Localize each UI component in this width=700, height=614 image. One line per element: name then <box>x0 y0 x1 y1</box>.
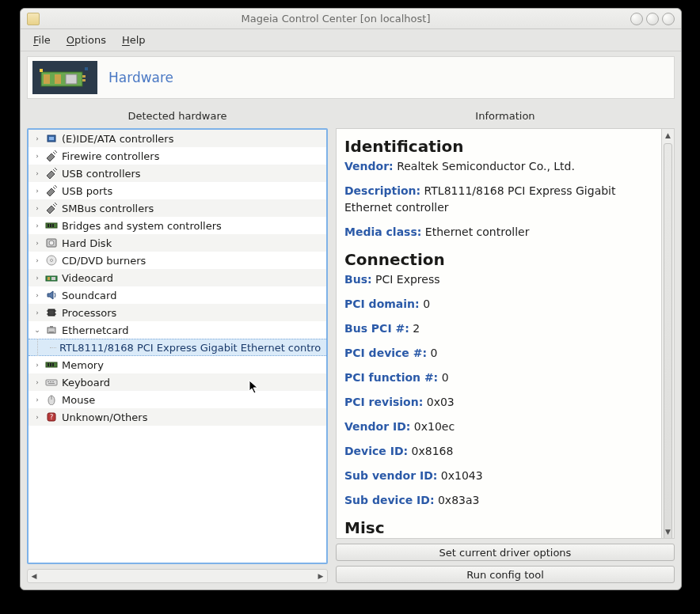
tree-item[interactable]: ›CD/DVD burners <box>29 252 326 269</box>
tree-item-label: CD/DVD burners <box>62 255 146 267</box>
tree-item[interactable]: ⌄Ethernetcard <box>29 321 326 339</box>
svg-rect-29 <box>48 309 55 316</box>
minimize-button[interactable] <box>630 13 643 25</box>
menu-file[interactable]: File <box>25 31 59 49</box>
sub-device-id-label: Sub device ID: <box>344 494 434 506</box>
app-window: Mageia Control Center [on localhost] Fil… <box>20 8 682 590</box>
scroll-down-icon[interactable]: ▼ <box>662 525 674 538</box>
pci-device-label: PCI device #: <box>344 347 427 359</box>
left-panel-title: Detected hardware <box>27 105 328 128</box>
scroll-up-icon[interactable]: ▲ <box>662 129 674 142</box>
kbd-icon <box>44 376 59 388</box>
tree-item-label: Hard Disk <box>62 237 112 249</box>
scroll-left-icon[interactable]: ◀ <box>28 570 40 582</box>
bus-value: PCI Express <box>375 273 439 286</box>
tree-item-label: Mouse <box>62 394 95 406</box>
svg-rect-6 <box>40 69 43 72</box>
tree-item[interactable]: ›Firewire controllers <box>29 147 326 165</box>
svg-rect-42 <box>48 381 49 382</box>
tree-item-label: Keyboard <box>62 377 110 388</box>
hardware-tree[interactable]: ›(E)IDE/ATA controllers›Firewire control… <box>27 128 328 564</box>
sub-vendor-id-label: Sub vendor ID: <box>344 469 437 482</box>
tree-item[interactable]: ›Bridges and system controllers <box>29 217 326 234</box>
expand-icon[interactable]: › <box>32 220 43 231</box>
tree-item[interactable]: ›Memory <box>29 356 326 373</box>
tree-item-child[interactable]: RTL8111/8168 PCI Express Gigabit Etherne… <box>29 339 326 356</box>
tree-item[interactable]: ›?Unknown/Others <box>29 408 326 426</box>
tree-item[interactable]: ›SMBus controllers <box>29 199 326 217</box>
right-panel-title: Information <box>336 105 675 128</box>
pci-function-label: PCI function #: <box>344 371 438 384</box>
window-title: Mageia Control Center [on localhost] <box>44 13 627 25</box>
scroll-right-icon[interactable]: ▶ <box>314 570 327 582</box>
horizontal-scrollbar[interactable]: ◀ ▶ <box>27 569 328 583</box>
tree-item[interactable]: ›Videocard <box>29 269 326 286</box>
media-class-label: Media class: <box>344 226 421 238</box>
tree-item-label: USB controllers <box>62 168 141 180</box>
maximize-button[interactable] <box>646 13 659 25</box>
svg-line-13 <box>55 168 57 170</box>
close-button[interactable] <box>662 13 675 25</box>
expand-icon[interactable]: › <box>32 307 43 318</box>
tree-item[interactable]: ›Processors <box>29 304 326 321</box>
plug-icon <box>44 150 59 162</box>
run-config-tool-button[interactable]: Run config tool <box>336 566 675 583</box>
mouse-icon <box>44 393 59 406</box>
pci-domain-value: 0 <box>423 298 430 310</box>
svg-rect-19 <box>48 224 49 227</box>
menu-options[interactable]: Options <box>59 31 114 49</box>
plug-icon <box>44 184 59 197</box>
tree-item-label: Unknown/Others <box>62 411 147 423</box>
tree-item[interactable]: ›USB ports <box>29 182 326 199</box>
cpu-icon <box>44 306 59 319</box>
expand-icon[interactable]: › <box>32 237 43 248</box>
chip-icon <box>44 132 59 145</box>
expand-icon[interactable]: › <box>32 290 43 301</box>
expand-icon[interactable]: › <box>32 150 43 161</box>
scroll-thumb[interactable] <box>664 143 672 539</box>
expand-icon[interactable]: › <box>32 359 43 370</box>
expand-icon[interactable]: › <box>32 133 43 144</box>
hdd-icon <box>44 237 59 249</box>
tree-item[interactable]: ›(E)IDE/ATA controllers <box>29 130 326 147</box>
expand-icon[interactable]: › <box>32 394 43 405</box>
svg-rect-5 <box>82 79 86 81</box>
expand-icon[interactable]: › <box>32 377 43 388</box>
tree-item[interactable]: ›Keyboard <box>29 373 326 391</box>
collapse-icon[interactable]: ⌄ <box>32 324 43 335</box>
svg-rect-44 <box>52 381 54 382</box>
pci-domain-label: PCI domain: <box>344 298 420 310</box>
hardware-icon <box>32 61 97 94</box>
svg-rect-35 <box>49 332 54 333</box>
expand-icon[interactable]: › <box>32 168 43 179</box>
expand-icon[interactable]: › <box>32 203 43 214</box>
svg-rect-2 <box>55 74 61 84</box>
menubar: File Options Help <box>21 29 681 51</box>
menu-help[interactable]: Help <box>114 31 154 49</box>
tree-item-label: RTL8111/8168 PCI Express Gigabit Etherne… <box>59 342 321 354</box>
tree-item-label: Memory <box>62 359 104 371</box>
expand-icon[interactable]: › <box>32 255 43 266</box>
bus-pci-value: 2 <box>413 322 420 335</box>
titlebar[interactable]: Mageia Control Center [on localhost] <box>21 9 681 29</box>
section-identification: Identification <box>344 137 666 156</box>
vertical-scrollbar[interactable]: ▲ ▼ <box>661 129 674 538</box>
vendor-id-label: Vendor ID: <box>344 420 410 433</box>
svg-point-25 <box>51 260 53 262</box>
tree-item[interactable]: ›Soundcard <box>29 286 326 304</box>
app-icon <box>27 13 40 25</box>
expand-icon[interactable]: › <box>32 272 43 283</box>
pci-revision-label: PCI revision: <box>344 396 423 408</box>
expand-icon[interactable]: › <box>32 185 43 196</box>
vendor-id-value: 0x10ec <box>414 420 455 433</box>
sub-vendor-id-value: 0x1043 <box>441 469 483 482</box>
expand-icon[interactable]: › <box>32 411 43 423</box>
right-panel: Information Identification Vendor: Realt… <box>336 105 675 583</box>
tree-item[interactable]: ›Mouse <box>29 391 326 408</box>
tree-item[interactable]: ›USB controllers <box>29 165 326 182</box>
tree-item[interactable]: ›Hard Disk <box>29 234 326 252</box>
tree-item-label: USB ports <box>62 185 112 197</box>
svg-rect-39 <box>50 363 51 366</box>
set-driver-options-button[interactable]: Set current driver options <box>336 544 675 561</box>
pci-function-value: 0 <box>442 371 449 384</box>
